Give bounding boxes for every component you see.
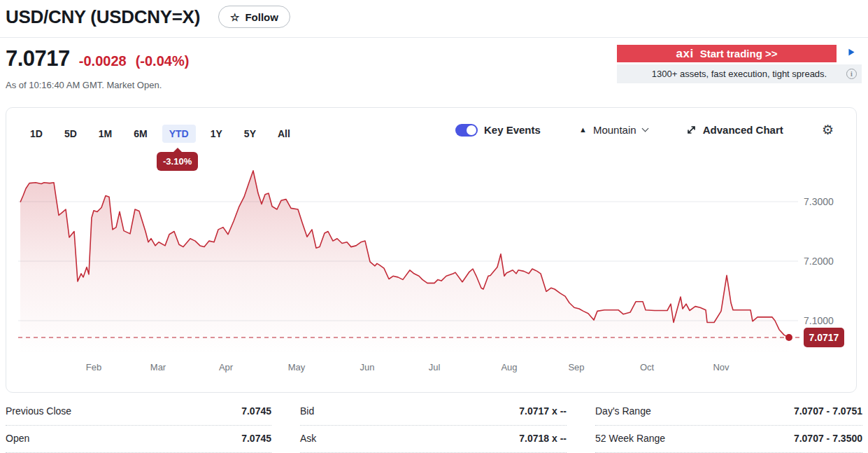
header-divider bbox=[0, 37, 868, 38]
star-icon: ☆ bbox=[230, 12, 239, 22]
as-of-status: As of 10:16:40 AM GMT. Market Open. bbox=[6, 80, 162, 90]
stat-value: 7.0745 bbox=[241, 433, 271, 444]
info-icon[interactable]: i bbox=[846, 69, 857, 79]
ad-banner: axi Start trading >> 1300+ assets, fast … bbox=[617, 45, 862, 83]
mountain-icon: ▲ bbox=[579, 126, 587, 134]
chevron-down-icon bbox=[641, 125, 648, 132]
stat-label: Bid bbox=[300, 405, 314, 417]
stat-52-week-range: 52 Week Range 7.0707 - 7.3500 bbox=[595, 426, 862, 453]
x-axis-label: May bbox=[288, 362, 306, 372]
follow-label: Follow bbox=[245, 11, 278, 23]
gear-icon[interactable]: ⚙ bbox=[822, 123, 834, 137]
price-change-percent: (-0.04%) bbox=[136, 53, 190, 69]
stat-value: 7.0707 - 7.0751 bbox=[794, 405, 862, 417]
stat-value: 7.0745 bbox=[241, 405, 271, 417]
stat-label: Open bbox=[6, 433, 29, 444]
range-change-value: -3.10% bbox=[163, 156, 192, 167]
quote-header: USD/CNY (USDCNY=X) ☆ Follow bbox=[6, 6, 290, 28]
price-chart-svg[interactable]: 7.30007.20007.1000FebMarAprMayJunJulAugS… bbox=[6, 108, 858, 392]
page-title: USD/CNY (USDCNY=X) bbox=[6, 6, 200, 28]
chart-type-dropdown[interactable]: ▲ Mountain bbox=[579, 124, 648, 136]
usdcny-quote-page: USD/CNY (USDCNY=X) ☆ Follow 7.0717 -0.00… bbox=[0, 0, 868, 453]
range-tab-all[interactable]: All bbox=[276, 125, 292, 143]
adchoices-icon[interactable] bbox=[844, 45, 859, 60]
chart-card: 7.30007.20007.1000FebMarAprMayJunJulAugS… bbox=[6, 107, 857, 393]
range-tab-1d[interactable]: 1D bbox=[29, 125, 44, 143]
x-axis-label: Aug bbox=[501, 362, 517, 372]
ad-cta-label: Start trading >> bbox=[700, 48, 778, 60]
stat-previous-close: Previous Close 7.0745 bbox=[6, 398, 271, 426]
stat-label: 52 Week Range bbox=[595, 433, 665, 444]
x-axis-label: Feb bbox=[86, 362, 101, 372]
range-tab-5d[interactable]: 5D bbox=[63, 125, 78, 143]
stat-ask: Ask 7.0718 x -- bbox=[300, 426, 567, 453]
follow-button[interactable]: ☆ Follow bbox=[218, 6, 290, 28]
x-axis-label: Nov bbox=[713, 362, 730, 372]
range-tabs: 1D 5D 1M 6M YTD 1Y 5Y All bbox=[29, 125, 292, 143]
stat-label: Previous Close bbox=[6, 405, 71, 417]
range-change-badge: -3.10% bbox=[157, 152, 198, 171]
x-axis-label: Jun bbox=[360, 362, 375, 372]
expand-diagonal-icon bbox=[686, 125, 697, 135]
stat-value: 7.0718 x -- bbox=[519, 433, 567, 444]
range-tab-6m[interactable]: 6M bbox=[132, 125, 148, 143]
chart-type-label: Mountain bbox=[593, 124, 636, 136]
stat-bid: Bid 7.0717 x -- bbox=[300, 398, 567, 426]
price-line: 7.0717 -0.0028 (-0.04%) bbox=[6, 46, 189, 71]
stat-value: 7.0707 - 7.3500 bbox=[794, 433, 862, 444]
stat-label: Ask bbox=[300, 433, 316, 444]
y-axis-label: 7.3000 bbox=[804, 196, 834, 207]
key-events-toggle[interactable] bbox=[455, 124, 478, 137]
x-axis-label: Oct bbox=[640, 362, 655, 372]
x-axis-label: Apr bbox=[219, 362, 234, 372]
stat-value: 7.0717 x -- bbox=[519, 405, 567, 417]
key-events-label: Key Events bbox=[484, 124, 541, 136]
x-axis-label: Sep bbox=[568, 362, 584, 372]
x-axis-label: Mar bbox=[150, 362, 166, 372]
toggle-knob bbox=[467, 125, 476, 135]
stat-label: Day's Range bbox=[595, 405, 651, 417]
range-tab-5y[interactable]: 5Y bbox=[243, 125, 257, 143]
adchoices-triangle bbox=[847, 48, 856, 57]
advanced-chart-button[interactable]: Advanced Chart bbox=[686, 124, 783, 136]
price-change: -0.0028 bbox=[79, 53, 127, 69]
ad-brand-logo: axi bbox=[676, 47, 694, 61]
chart-controls: Key Events ▲ Mountain Advanced Chart ⚙ bbox=[455, 123, 834, 137]
y-axis-label: 7.2000 bbox=[804, 256, 834, 267]
range-tab-1y[interactable]: 1Y bbox=[209, 125, 224, 143]
ad-subtext: 1300+ assets, fast execution, tight spre… bbox=[652, 69, 827, 79]
stat-open: Open 7.0745 bbox=[6, 426, 271, 453]
y-axis-label: 7.1000 bbox=[804, 315, 834, 326]
range-tab-1m[interactable]: 1M bbox=[97, 125, 113, 143]
stat-days-range: Day's Range 7.0707 - 7.0751 bbox=[595, 398, 862, 426]
current-price: 7.0717 bbox=[6, 46, 70, 71]
x-axis-label: Jul bbox=[429, 362, 441, 372]
range-tab-ytd[interactable]: YTD bbox=[162, 125, 196, 143]
ad-subtext-bar: 1300+ assets, fast execution, tight spre… bbox=[617, 64, 862, 83]
advanced-chart-label: Advanced Chart bbox=[703, 124, 783, 136]
quote-statistics: Previous Close 7.0745 Bid 7.0717 x -- Da… bbox=[6, 398, 862, 453]
last-price-dot bbox=[785, 334, 792, 341]
ad-cta-button[interactable]: axi Start trading >> bbox=[617, 45, 837, 62]
last-price-badge-label: 7.0717 bbox=[809, 332, 839, 343]
key-events-control: Key Events bbox=[455, 124, 541, 137]
price-area-fill bbox=[20, 171, 789, 354]
